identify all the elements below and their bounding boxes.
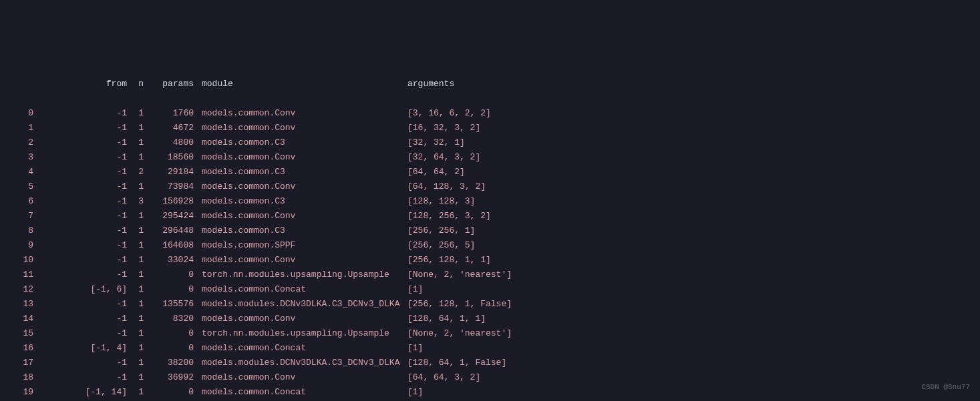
cell-n: 2 bbox=[127, 165, 144, 179]
cell-params: 0 bbox=[144, 341, 194, 356]
table-row: 3-1118560models.common.Conv[32, 64, 3, 2… bbox=[7, 150, 973, 165]
cell-module: models.common.Conv bbox=[194, 106, 407, 121]
cell-from: -1 bbox=[33, 135, 127, 150]
cell-n: 1 bbox=[127, 341, 144, 356]
cell-from: -1 bbox=[33, 209, 127, 224]
header-n: n bbox=[127, 77, 144, 91]
cell-from: [-1, 4] bbox=[33, 341, 127, 356]
cell-from: -1 bbox=[33, 165, 127, 179]
cell-arguments: [256, 256, 5] bbox=[407, 238, 475, 253]
cell-params: 156928 bbox=[144, 194, 194, 209]
cell-module: models.common.SPPF bbox=[194, 238, 407, 253]
cell-from: -1 bbox=[33, 312, 127, 326]
table-row: 10-1133024models.common.Conv[256, 128, 1… bbox=[7, 253, 973, 268]
cell-module: models.common.Conv bbox=[194, 150, 407, 165]
cell-idx: 13 bbox=[7, 297, 33, 312]
cell-params: 36992 bbox=[144, 370, 194, 385]
table-row: 11-110torch.nn.modules.upsampling.Upsamp… bbox=[7, 268, 973, 282]
cell-params: 0 bbox=[144, 326, 194, 341]
cell-from: -1 bbox=[33, 238, 127, 253]
cell-n: 1 bbox=[127, 312, 144, 326]
table-row: 4-1229184models.common.C3[64, 64, 2] bbox=[7, 165, 973, 179]
cell-from: -1 bbox=[33, 253, 127, 268]
cell-n: 1 bbox=[127, 370, 144, 385]
cell-from: -1 bbox=[33, 194, 127, 209]
cell-n: 1 bbox=[127, 106, 144, 121]
cell-params: 0 bbox=[144, 282, 194, 297]
watermark-text: CSDN @Snu77 bbox=[921, 380, 970, 394]
cell-from: -1 bbox=[33, 179, 127, 194]
cell-n: 1 bbox=[127, 209, 144, 224]
cell-idx: 5 bbox=[7, 179, 33, 194]
cell-params: 164608 bbox=[144, 238, 194, 253]
cell-params: 0 bbox=[144, 385, 194, 400]
table-row: 5-1173984models.common.Conv[64, 128, 3, … bbox=[7, 179, 973, 194]
cell-n: 1 bbox=[127, 135, 144, 150]
cell-n: 1 bbox=[127, 385, 144, 400]
cell-module: models.common.Conv bbox=[194, 209, 407, 224]
cell-arguments: [1] bbox=[407, 385, 423, 400]
table-header-row: fromnparamsmodulearguments bbox=[7, 77, 973, 91]
cell-idx: 0 bbox=[7, 106, 33, 121]
cell-module: models.common.Conv bbox=[194, 121, 407, 135]
cell-arguments: [128, 64, 1, False] bbox=[407, 356, 506, 370]
cell-from: -1 bbox=[33, 106, 127, 121]
cell-params: 73984 bbox=[144, 179, 194, 194]
cell-idx: 18 bbox=[7, 370, 33, 385]
table-row: 7-11295424models.common.Conv[128, 256, 3… bbox=[7, 209, 973, 224]
table-row: 0-111760models.common.Conv[3, 16, 6, 2, … bbox=[7, 106, 973, 121]
cell-params: 4800 bbox=[144, 135, 194, 150]
cell-arguments: [16, 32, 3, 2] bbox=[407, 121, 480, 135]
cell-n: 1 bbox=[127, 326, 144, 341]
header-from: from bbox=[33, 77, 127, 91]
cell-params: 1760 bbox=[144, 106, 194, 121]
cell-module: models.common.Concat bbox=[194, 385, 407, 400]
table-row: 14-118320models.common.Conv[128, 64, 1, … bbox=[7, 312, 973, 326]
cell-params: 296448 bbox=[144, 224, 194, 238]
cell-n: 1 bbox=[127, 282, 144, 297]
terminal-output: fromnparamsmodulearguments 0-111760model… bbox=[0, 59, 980, 401]
cell-n: 1 bbox=[127, 121, 144, 135]
cell-arguments: [64, 64, 3, 2] bbox=[407, 370, 480, 385]
cell-idx: 17 bbox=[7, 356, 33, 370]
cell-params: 33024 bbox=[144, 253, 194, 268]
cell-params: 295424 bbox=[144, 209, 194, 224]
cell-idx: 11 bbox=[7, 268, 33, 282]
cell-arguments: [32, 32, 1] bbox=[407, 135, 465, 150]
cell-arguments: [None, 2, 'nearest'] bbox=[407, 268, 512, 282]
cell-arguments: [64, 64, 2] bbox=[407, 165, 465, 179]
table-body: 0-111760models.common.Conv[3, 16, 6, 2, … bbox=[7, 106, 973, 401]
cell-params: 4672 bbox=[144, 121, 194, 135]
cell-params: 135576 bbox=[144, 297, 194, 312]
cell-from: -1 bbox=[33, 150, 127, 165]
cell-module: models.common.C3 bbox=[194, 194, 407, 209]
cell-from: -1 bbox=[33, 297, 127, 312]
cell-module: torch.nn.modules.upsampling.Upsample bbox=[194, 268, 407, 282]
cell-params: 38200 bbox=[144, 356, 194, 370]
table-row: 17-1138200models.modules.DCNv3DLKA.C3_DC… bbox=[7, 356, 973, 370]
cell-arguments: [32, 64, 3, 2] bbox=[407, 150, 480, 165]
header-params: params bbox=[144, 77, 194, 91]
cell-module: models.common.C3 bbox=[194, 135, 407, 150]
cell-from: -1 bbox=[33, 121, 127, 135]
cell-idx: 16 bbox=[7, 341, 33, 356]
cell-from: -1 bbox=[33, 224, 127, 238]
cell-n: 1 bbox=[127, 356, 144, 370]
cell-params: 8320 bbox=[144, 312, 194, 326]
cell-from: -1 bbox=[33, 268, 127, 282]
cell-module: models.modules.DCNv3DLKA.C3_DCNv3_DLKA bbox=[194, 297, 407, 312]
cell-module: models.modules.DCNv3DLKA.C3_DCNv3_DLKA bbox=[194, 356, 407, 370]
table-row: 8-11296448models.common.C3[256, 256, 1] bbox=[7, 224, 973, 238]
cell-arguments: [128, 128, 3] bbox=[407, 194, 475, 209]
cell-arguments: [256, 128, 1, False] bbox=[407, 297, 512, 312]
cell-n: 1 bbox=[127, 150, 144, 165]
table-row: 18-1136992models.common.Conv[64, 64, 3, … bbox=[7, 370, 973, 385]
cell-n: 3 bbox=[127, 194, 144, 209]
cell-idx: 8 bbox=[7, 224, 33, 238]
cell-idx: 2 bbox=[7, 135, 33, 150]
cell-from: -1 bbox=[33, 356, 127, 370]
cell-arguments: [3, 16, 6, 2, 2] bbox=[407, 106, 491, 121]
cell-module: models.common.Concat bbox=[194, 282, 407, 297]
cell-params: 18560 bbox=[144, 150, 194, 165]
cell-idx: 9 bbox=[7, 238, 33, 253]
